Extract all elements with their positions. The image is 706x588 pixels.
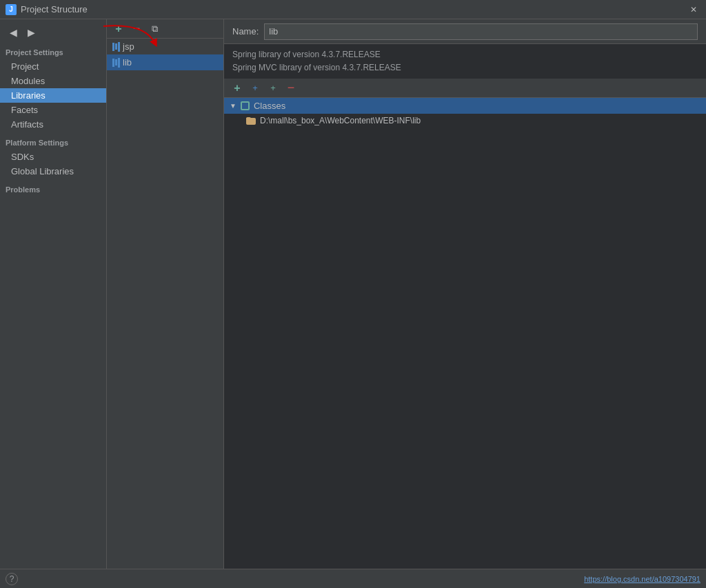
classes-icon — [241, 101, 250, 110]
name-bar: Name: — [224, 19, 706, 44]
status-url[interactable]: https://blog.csdn.net/a1097304791 — [584, 575, 700, 583]
app-icon: J — [6, 4, 17, 15]
title-bar: J Project Structure ✕ — [0, 0, 706, 19]
sidebar: ◀ ▶ Project Settings Project Modules Lib… — [0, 19, 107, 569]
project-item-label: Project — [11, 61, 39, 72]
sdks-item-label: SDKs — [11, 152, 34, 162]
tree-area: ▼ Classes D:\mall\bs_box_A\WebContent\WE… — [224, 98, 706, 569]
sidebar-item-project[interactable]: Project — [0, 59, 106, 74]
library-label-lib: lib — [123, 57, 132, 68]
classes-path-label: D:\mall\bs_box_A\WebContent\WEB-INF\lib — [260, 116, 421, 125]
library-item-lib[interactable]: lib — [107, 54, 223, 70]
description-line1: Spring library of version 4.3.7.RELEASE — [232, 48, 698, 61]
library-item-jsp[interactable]: jsp — [107, 39, 223, 54]
main-layout: ◀ ▶ Project Settings Project Modules Lib… — [0, 19, 706, 569]
artifacts-item-label: Artifacts — [11, 119, 43, 130]
sidebar-item-facets[interactable]: Facets — [0, 103, 106, 117]
sidebar-item-sdks[interactable]: SDKs — [0, 150, 106, 164]
platform-settings-header: Platform Settings — [0, 132, 106, 150]
status-bar: ? https://blog.csdn.net/a1097304791 — [0, 569, 706, 588]
forward-button[interactable]: ▶ — [23, 26, 39, 39]
folder-icon — [246, 117, 256, 125]
sidebar-toolbar: ◀ ▶ — [0, 22, 106, 43]
content-area: Name: Spring library of version 4.3.7.RE… — [224, 19, 706, 569]
window-controls: ✕ — [687, 3, 700, 17]
classes-node[interactable]: ▼ Classes — [224, 98, 706, 114]
global-libraries-item-label: Global Libraries — [11, 166, 74, 176]
content-toolbar: + + + − — [224, 79, 706, 98]
remove-library-button[interactable]: − — [129, 22, 144, 36]
help-button[interactable]: ? — [6, 573, 18, 585]
chevron-down-icon: ▼ — [230, 102, 236, 110]
copy-library-button[interactable]: ⧉ — [147, 22, 162, 36]
window-title: Project Structure — [21, 4, 88, 14]
name-input[interactable] — [264, 23, 698, 40]
add-item-button[interactable]: + — [230, 81, 245, 95]
libraries-item-label: Libraries — [11, 90, 46, 101]
library-list-panel: + − ⧉ jsp lib — [107, 19, 224, 569]
title-bar-left: J Project Structure — [6, 4, 88, 15]
modules-item-label: Modules — [11, 76, 45, 86]
library-label-jsp: jsp — [123, 41, 134, 52]
classes-icon-group — [241, 101, 250, 110]
sidebar-item-global-libraries[interactable]: Global Libraries — [0, 164, 106, 179]
classes-label: Classes — [254, 101, 285, 111]
library-icon-lib — [112, 58, 120, 68]
classes-path-item[interactable]: D:\mall\bs_box_A\WebContent\WEB-INF\lib — [224, 114, 706, 128]
sidebar-item-modules[interactable]: Modules — [0, 74, 106, 88]
remove-item-button[interactable]: − — [283, 81, 299, 95]
add-library-button[interactable]: + — [111, 22, 126, 36]
description-area: Spring library of version 4.3.7.RELEASE … — [224, 44, 706, 79]
project-settings-header: Project Settings — [0, 43, 106, 59]
library-toolbar: + − ⧉ — [107, 19, 223, 39]
problems-header: Problems — [0, 179, 106, 196]
facets-item-label: Facets — [11, 105, 38, 115]
library-icon-jsp — [112, 42, 120, 52]
add-classes-button[interactable]: + — [248, 81, 263, 95]
back-button[interactable]: ◀ — [6, 26, 21, 39]
close-button[interactable]: ✕ — [687, 3, 700, 17]
description-line2: Spring MVC library of version 4.3.7.RELE… — [232, 61, 698, 74]
sidebar-item-artifacts[interactable]: Artifacts — [0, 117, 106, 132]
status-left: ? — [6, 573, 18, 585]
sidebar-item-libraries[interactable]: Libraries — [0, 88, 106, 103]
name-label: Name: — [232, 26, 259, 37]
add-native-button[interactable]: + — [265, 81, 281, 95]
